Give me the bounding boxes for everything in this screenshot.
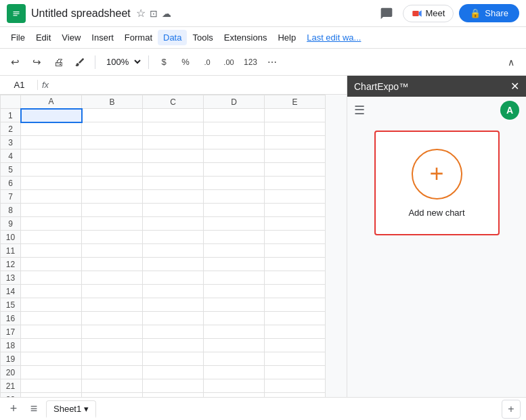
- cell[interactable]: [143, 231, 204, 244]
- cell[interactable]: [204, 122, 265, 136]
- cell[interactable]: [21, 271, 82, 285]
- col-header-E[interactable]: E: [265, 95, 326, 109]
- number-format-button[interactable]: 123: [241, 53, 260, 72]
- menu-format[interactable]: Format: [119, 30, 158, 45]
- sheet-list-button[interactable]: ≡: [26, 401, 42, 417]
- cell[interactable]: [143, 285, 204, 298]
- cell[interactable]: [265, 204, 326, 217]
- zoom-select[interactable]: 100% 75% 50% 125% 150%: [101, 55, 143, 69]
- cloud-icon[interactable]: ☁: [162, 8, 171, 19]
- cell[interactable]: [204, 298, 265, 312]
- cell[interactable]: [265, 312, 326, 325]
- menu-extensions[interactable]: Extensions: [219, 30, 273, 45]
- cell[interactable]: [204, 379, 265, 393]
- cell[interactable]: [265, 339, 326, 352]
- cell[interactable]: [204, 204, 265, 217]
- cell[interactable]: [82, 285, 143, 298]
- cell[interactable]: [143, 339, 204, 352]
- cell[interactable]: [265, 379, 326, 393]
- collapse-toolbar-button[interactable]: ∧: [502, 53, 521, 72]
- cell[interactable]: [204, 258, 265, 271]
- cell[interactable]: [82, 298, 143, 312]
- cell[interactable]: [143, 136, 204, 149]
- cell[interactable]: [143, 109, 204, 122]
- cell[interactable]: [143, 244, 204, 258]
- cell[interactable]: [82, 149, 143, 163]
- cell[interactable]: [21, 163, 82, 177]
- cell[interactable]: [143, 325, 204, 339]
- cell[interactable]: [265, 271, 326, 285]
- cell[interactable]: [265, 393, 326, 398]
- cell[interactable]: [204, 217, 265, 231]
- cell[interactable]: [82, 231, 143, 244]
- cell[interactable]: [21, 177, 82, 190]
- cell[interactable]: [265, 298, 326, 312]
- cell[interactable]: [82, 258, 143, 271]
- formula-input[interactable]: [53, 80, 343, 90]
- cell[interactable]: [204, 285, 265, 298]
- cell[interactable]: [265, 231, 326, 244]
- menu-edit[interactable]: Edit: [30, 30, 56, 45]
- cell[interactable]: [143, 177, 204, 190]
- cell[interactable]: [21, 149, 82, 163]
- cell[interactable]: [265, 285, 326, 298]
- cell[interactable]: [143, 271, 204, 285]
- add-sheet-button[interactable]: +: [5, 401, 22, 417]
- cell[interactable]: [204, 271, 265, 285]
- cell[interactable]: [21, 379, 82, 393]
- cell[interactable]: [82, 109, 143, 122]
- star-icon[interactable]: ☆: [136, 7, 146, 20]
- cell[interactable]: [204, 149, 265, 163]
- menu-view[interactable]: View: [56, 30, 86, 45]
- col-header-A[interactable]: A: [21, 95, 82, 109]
- cell[interactable]: [82, 393, 143, 398]
- col-header-C[interactable]: C: [143, 95, 204, 109]
- cell[interactable]: [82, 339, 143, 352]
- cell[interactable]: [82, 325, 143, 339]
- cell[interactable]: [82, 163, 143, 177]
- cell[interactable]: [143, 163, 204, 177]
- col-header-B[interactable]: B: [82, 95, 143, 109]
- cell[interactable]: [204, 136, 265, 149]
- cell[interactable]: [21, 136, 82, 149]
- hamburger-icon[interactable]: ☰: [354, 103, 365, 118]
- grid-container[interactable]: A B C D E 123456789101112131415161718192…: [0, 95, 347, 397]
- cell[interactable]: [143, 204, 204, 217]
- cell[interactable]: [82, 379, 143, 393]
- cell[interactable]: [143, 366, 204, 379]
- cell[interactable]: [143, 149, 204, 163]
- cell[interactable]: [265, 109, 326, 122]
- cell[interactable]: [204, 177, 265, 190]
- cell[interactable]: [143, 312, 204, 325]
- cell[interactable]: [143, 258, 204, 271]
- cell[interactable]: [82, 122, 143, 136]
- col-header-D[interactable]: D: [204, 95, 265, 109]
- menu-data[interactable]: Data: [158, 30, 187, 45]
- currency-format-button[interactable]: $: [154, 53, 173, 72]
- cell[interactable]: [204, 109, 265, 122]
- cell[interactable]: [21, 109, 82, 122]
- cell[interactable]: [265, 163, 326, 177]
- chat-button[interactable]: [376, 3, 397, 24]
- cell[interactable]: [21, 258, 82, 271]
- cell[interactable]: [265, 352, 326, 366]
- drive-icon[interactable]: ⊡: [150, 8, 158, 19]
- cell[interactable]: [265, 244, 326, 258]
- add-sheet-right-button[interactable]: +: [502, 400, 521, 419]
- cell[interactable]: [143, 190, 204, 204]
- cell[interactable]: [82, 190, 143, 204]
- cell[interactable]: [21, 204, 82, 217]
- cell[interactable]: [82, 136, 143, 149]
- share-button[interactable]: 🔒 Share: [459, 4, 519, 22]
- cell[interactable]: [143, 122, 204, 136]
- cell[interactable]: [21, 339, 82, 352]
- print-button[interactable]: 🖨: [49, 53, 68, 72]
- add-new-chart-card[interactable]: + Add new chart: [374, 131, 500, 235]
- cell[interactable]: [143, 393, 204, 398]
- cell[interactable]: [82, 312, 143, 325]
- cell[interactable]: [204, 393, 265, 398]
- cell[interactable]: [204, 366, 265, 379]
- cell[interactable]: [204, 325, 265, 339]
- last-edit-link[interactable]: Last edit wa...: [307, 32, 361, 43]
- cell[interactable]: [265, 190, 326, 204]
